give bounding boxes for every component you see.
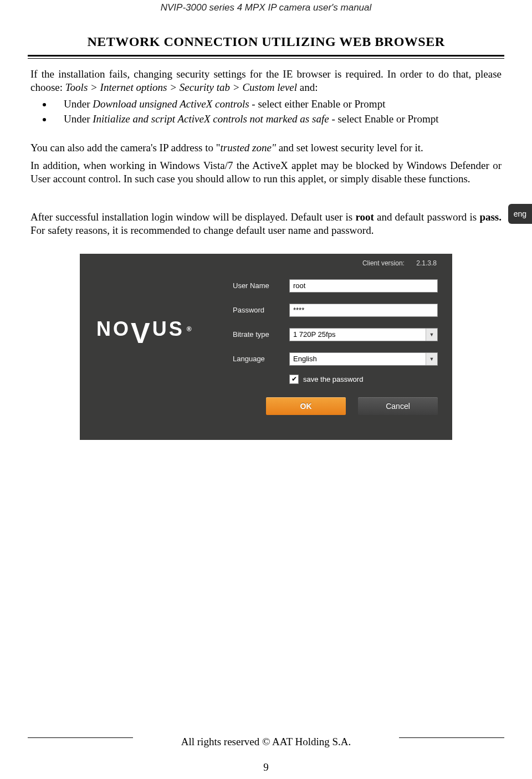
option-name: Initialize and script ActiveX controls n… [93,113,329,125]
language-row: Language English ▼ [233,347,438,371]
password-label: Password [233,306,289,314]
save-password-label: save the password [303,375,363,383]
cancel-button[interactable]: Cancel [358,397,438,415]
bullet-list: Under Download unsigned ActiveX controls… [30,98,502,126]
logo-text-v: V [131,323,152,343]
save-password-row: ✔ save the password [289,375,438,384]
default-pass: pass. [479,211,502,223]
username-input[interactable] [289,279,438,293]
section-title: NETWORK CONNECTION UTILIZING WEB BROWSER [0,34,532,49]
text: and: [297,81,318,93]
text: and default password is [374,211,480,223]
logo-text-post: US [152,317,185,341]
language-select[interactable]: English ▼ [289,352,438,366]
client-version-value: 2.1.3.8 [416,259,437,267]
button-row: OK Cancel [266,397,438,415]
language-value: English [293,355,317,363]
logo-text-pre: NO [96,317,131,341]
paragraph-3: In addition, when working in Windows Vis… [30,159,502,186]
bullet-item-2: Under Initialize and script ActiveX cont… [53,112,502,126]
text: and set lowest security level for it. [276,142,423,153]
registered-icon: ® [187,325,192,333]
chevron-down-icon: ▼ [426,329,437,341]
default-user: root [355,211,374,223]
text: - select Enable or Prompt [329,113,439,125]
paragraph-4: After successful installation login wind… [30,211,502,237]
language-tab: eng [508,204,532,224]
footer-copyright: All rights reserved © AAT Holding S.A. [0,736,532,748]
login-form: User Name Password Bitrate type 1 720P 2… [233,274,438,415]
username-row: User Name [233,274,438,298]
text: - select either Enable or Prompt [249,98,386,110]
body-content: If the installation fails, changing secu… [30,68,502,237]
password-row: Password [233,298,438,322]
text: For safety reasons, it is recommended to… [30,224,374,236]
trusted-zone: trusted zone" [221,142,276,153]
save-password-checkbox[interactable]: ✔ [289,375,299,384]
login-window: Client version: 2.1.3.8 NOVUS® User Name… [80,254,452,440]
bitrate-label: Bitrate type [233,330,289,339]
password-input[interactable] [289,304,438,317]
client-version: Client version: 2.1.3.8 [362,259,437,267]
option-name: Download unsigned ActiveX controls [93,98,249,110]
bitrate-select[interactable]: 1 720P 25fps ▼ [289,328,438,341]
text: Under [64,113,93,125]
client-version-label: Client version: [362,259,405,267]
bullet-item-1: Under Download unsigned ActiveX controls… [53,98,502,111]
language-label: Language [233,355,289,363]
novus-logo: NOVUS® [96,317,192,341]
username-label: User Name [233,281,289,290]
section-rule [28,55,504,58]
menu-path: Tools > Internet options > Security tab … [65,81,297,93]
text: After successful installation login wind… [30,211,355,223]
bitrate-row: Bitrate type 1 720P 25fps ▼ [233,322,438,347]
paragraph-2: You can also add the camera's IP address… [30,141,502,155]
ok-label: OK [300,402,312,411]
page-number: 9 [0,761,532,773]
paragraph-1: If the installation fails, changing secu… [30,68,502,94]
cancel-label: Cancel [386,402,410,411]
text: Under [64,98,93,110]
bitrate-value: 1 720P 25fps [293,330,335,339]
chevron-down-icon: ▼ [426,353,437,365]
running-header: NVIP-3000 series 4 MPX IP camera user's … [0,0,532,13]
ok-button[interactable]: OK [266,397,346,415]
text: You can also add the camera's IP address… [30,142,221,153]
